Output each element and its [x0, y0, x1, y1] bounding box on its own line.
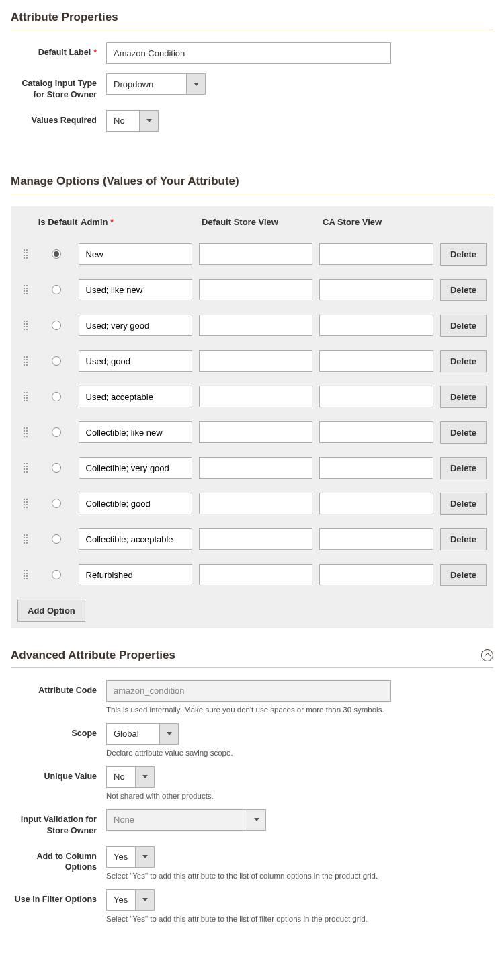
drag-handle-icon[interactable] — [24, 392, 29, 401]
attribute-code-input — [106, 680, 391, 702]
ca-view-input[interactable] — [319, 279, 433, 300]
default-view-input[interactable] — [199, 386, 312, 407]
is-default-radio[interactable] — [52, 392, 61, 401]
option-row: Delete — [11, 272, 493, 308]
admin-value-input[interactable] — [79, 421, 192, 443]
is-default-radio[interactable] — [52, 249, 61, 259]
delete-option-button[interactable]: Delete — [440, 564, 487, 586]
is-default-radio[interactable] — [52, 534, 61, 544]
ca-view-input[interactable] — [319, 528, 433, 550]
is-default-radio[interactable] — [52, 285, 61, 294]
drag-handle-icon[interactable] — [24, 321, 29, 330]
note-use-in-filter: Select "Yes" to add this attribute to th… — [106, 915, 493, 923]
option-row: Delete — [11, 522, 493, 557]
label-attribute-code: Attribute Code — [11, 680, 106, 696]
label-values-required: Values Required — [11, 110, 106, 126]
is-default-radio[interactable] — [52, 356, 61, 366]
ca-view-input[interactable] — [319, 564, 433, 585]
delete-option-button[interactable]: Delete — [440, 279, 487, 301]
admin-value-input[interactable] — [79, 386, 192, 407]
options-table: Is Default Admin * Default Store View CA… — [11, 206, 493, 628]
catalog-input-type-select[interactable]: Dropdown — [106, 73, 493, 95]
delete-option-button[interactable]: Delete — [440, 493, 487, 515]
use-in-filter-select[interactable]: Yes — [106, 889, 493, 911]
option-row: Delete — [11, 308, 493, 343]
note-attribute-code: This is used internally. Make sure you d… — [106, 706, 493, 714]
delete-option-button[interactable]: Delete — [440, 421, 487, 444]
chevron-down-icon[interactable] — [136, 846, 155, 868]
ca-view-input[interactable] — [319, 350, 433, 372]
header-ca-store-view: CA Store View — [323, 217, 444, 227]
is-default-radio[interactable] — [52, 570, 61, 579]
admin-value-input[interactable] — [79, 493, 192, 514]
default-view-input[interactable] — [199, 315, 312, 336]
drag-handle-icon[interactable] — [24, 499, 29, 508]
ca-view-input[interactable] — [319, 457, 433, 479]
drag-handle-icon[interactable] — [24, 570, 29, 579]
delete-option-button[interactable]: Delete — [440, 243, 487, 266]
is-default-radio[interactable] — [52, 321, 61, 330]
admin-value-input[interactable] — [79, 350, 192, 372]
chevron-down-icon[interactable] — [160, 723, 179, 745]
admin-value-input[interactable] — [79, 528, 192, 550]
drag-handle-icon[interactable] — [24, 427, 29, 437]
default-label-input[interactable] — [106, 42, 391, 64]
drag-handle-icon[interactable] — [24, 463, 29, 473]
input-validation-select: None — [106, 809, 493, 831]
label-add-to-column: Add to Column Options — [11, 846, 106, 874]
add-option-button[interactable]: Add Option — [17, 600, 85, 622]
default-view-input[interactable] — [199, 528, 312, 550]
drag-handle-icon[interactable] — [24, 356, 29, 366]
admin-value-input[interactable] — [79, 315, 192, 336]
is-default-radio[interactable] — [52, 427, 61, 437]
option-row: Delete — [11, 237, 493, 272]
admin-value-input[interactable] — [79, 564, 192, 585]
label-scope: Scope — [11, 723, 106, 739]
chevron-down-icon[interactable] — [136, 889, 155, 911]
note-unique-value: Not shared with other products. — [106, 792, 493, 800]
unique-value-select[interactable]: No — [106, 766, 493, 788]
admin-value-input[interactable] — [79, 457, 192, 479]
delete-option-button[interactable]: Delete — [440, 457, 487, 479]
ca-view-input[interactable] — [319, 243, 433, 265]
ca-view-input[interactable] — [319, 386, 433, 407]
default-view-input[interactable] — [199, 279, 312, 300]
ca-view-input[interactable] — [319, 493, 433, 514]
collapse-toggle-icon[interactable] — [481, 649, 493, 661]
label-unique-value: Unique Value — [11, 766, 106, 782]
default-view-input[interactable] — [199, 457, 312, 479]
header-default-store-view: Default Store View — [202, 217, 323, 227]
default-view-input[interactable] — [199, 421, 312, 443]
chevron-down-icon[interactable] — [136, 766, 155, 788]
chevron-down-icon[interactable] — [187, 73, 206, 95]
default-view-input[interactable] — [199, 243, 312, 265]
delete-option-button[interactable]: Delete — [440, 350, 487, 372]
ca-view-input[interactable] — [319, 421, 433, 443]
admin-value-input[interactable] — [79, 243, 192, 265]
option-row: Delete — [11, 486, 493, 522]
chevron-down-icon[interactable] — [140, 110, 159, 132]
option-row: Delete — [11, 450, 493, 486]
admin-value-input[interactable] — [79, 279, 192, 300]
option-row: Delete — [11, 557, 493, 593]
delete-option-button[interactable]: Delete — [440, 315, 487, 337]
drag-handle-icon[interactable] — [24, 285, 29, 294]
option-row: Delete — [11, 343, 493, 379]
section-title-attribute-properties: Attribute Properties — [11, 11, 493, 30]
values-required-select[interactable]: No — [106, 110, 493, 132]
delete-option-button[interactable]: Delete — [440, 528, 487, 550]
is-default-radio[interactable] — [52, 463, 61, 473]
ca-view-input[interactable] — [319, 315, 433, 336]
add-to-column-select[interactable]: Yes — [106, 846, 493, 868]
note-add-to-column: Select "Yes" to add this attribute to th… — [106, 872, 493, 880]
default-view-input[interactable] — [199, 564, 312, 585]
scope-select[interactable]: Global — [106, 723, 493, 745]
delete-option-button[interactable]: Delete — [440, 386, 487, 408]
option-row: Delete — [11, 415, 493, 450]
default-view-input[interactable] — [199, 350, 312, 372]
drag-handle-icon[interactable] — [24, 534, 29, 544]
default-view-input[interactable] — [199, 493, 312, 514]
label-catalog-input-type: Catalog Input Type for Store Owner — [11, 73, 106, 101]
drag-handle-icon[interactable] — [24, 249, 29, 259]
is-default-radio[interactable] — [52, 499, 61, 508]
